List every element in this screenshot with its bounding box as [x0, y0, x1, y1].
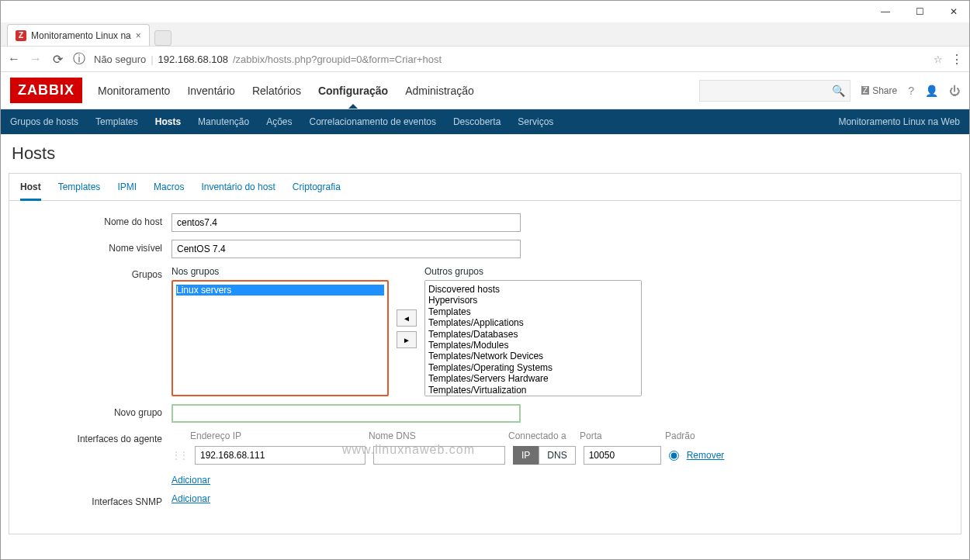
subnav-site-title: Monitoramento Linux na Web [838, 116, 960, 127]
sub-nav: Grupos de hosts Templates Hosts Manutenç… [1, 109, 969, 134]
site-info-icon[interactable]: ⓘ [72, 51, 86, 67]
tab-title: Monitoramento Linux na [31, 30, 131, 41]
nav-configuracao[interactable]: Configuração [317, 74, 390, 108]
tab-inventario[interactable]: Inventário do host [201, 181, 275, 200]
tab-macros[interactable]: Macros [154, 181, 184, 200]
hostname-input[interactable] [171, 213, 521, 232]
agent-port-input[interactable] [584, 446, 661, 465]
tab-criptografia[interactable]: Criptografia [293, 181, 341, 200]
visiblename-label: Nome visível [20, 240, 171, 254]
other-group-option[interactable]: Templates/Servers Hardware [428, 373, 638, 384]
agent-ip-input[interactable] [195, 446, 365, 465]
toggle-dns[interactable]: DNS [539, 446, 575, 465]
other-group-option[interactable]: Templates [428, 306, 638, 317]
subnav-grupos[interactable]: Grupos de hosts [10, 116, 78, 127]
subnav-templates[interactable]: Templates [95, 116, 138, 127]
hostname-label: Nome do host [20, 213, 171, 227]
url-host: 192.168.68.108 [158, 54, 228, 65]
drag-handle-icon[interactable]: ⋮⋮ [171, 450, 187, 461]
move-left-button[interactable]: ◄ [397, 309, 417, 327]
other-group-option[interactable]: Templates/Virtualization [428, 385, 638, 396]
nav-relatorios[interactable]: Relatórios [251, 74, 303, 108]
agent-interfaces-label: Interfaces do agente [20, 430, 171, 444]
search-box[interactable]: 🔍 [699, 80, 850, 102]
address-bar[interactable]: Não seguro | 192.168.68.108/zabbix/hosts… [94, 54, 926, 65]
agent-dns-input[interactable] [373, 446, 505, 465]
other-groups-select[interactable]: Discovered hosts Hypervisors Templates T… [424, 280, 642, 396]
add-agent-interface-link[interactable]: Adicionar [171, 475, 210, 486]
nav-monitoramento[interactable]: Monitoramento [96, 74, 171, 108]
col-conn: Connectado a [508, 430, 572, 441]
not-secure-label: Não seguro [94, 54, 146, 65]
reload-button[interactable]: ⟳ [50, 52, 64, 67]
subnav-manutencao[interactable]: Manutenção [198, 116, 249, 127]
user-icon[interactable]: 👤 [925, 85, 938, 97]
forward-button: → [29, 52, 43, 66]
tab-host[interactable]: Host [20, 181, 41, 201]
browser-tabs: Z Monitoramento Linux na × [1, 22, 969, 46]
newgroup-label: Novo grupo [20, 404, 171, 418]
browser-tab[interactable]: Z Monitoramento Linux na × [7, 24, 150, 46]
app-header: ZABBIX Monitoramento Inventário Relatóri… [1, 72, 969, 109]
subnav-descoberta[interactable]: Descoberta [453, 116, 501, 127]
host-form-panel: Host Templates IPMI Macros Inventário do… [9, 173, 961, 534]
subnav-servicos[interactable]: Serviços [518, 116, 553, 127]
other-group-option[interactable]: Templates/Modules [428, 340, 638, 351]
zabbix-favicon: Z [16, 30, 26, 41]
other-group-option[interactable]: Discovered hosts [428, 284, 638, 295]
subnav-acoes[interactable]: Ações [266, 116, 292, 127]
remove-interface-link[interactable]: Remover [687, 450, 725, 461]
in-groups-title: Nos grupos [171, 266, 389, 277]
add-snmp-interface-link[interactable]: Adicionar [171, 493, 210, 504]
share-button[interactable]: ZShare [861, 85, 897, 96]
move-right-button[interactable]: ► [397, 331, 417, 348]
newgroup-input[interactable] [171, 404, 521, 423]
col-dns: Nome DNS [369, 430, 501, 441]
bookmark-icon[interactable]: ☆ [934, 54, 943, 65]
window-minimize[interactable]: — [876, 6, 895, 17]
top-nav: Monitoramento Inventário Relatórios Conf… [96, 74, 476, 108]
brand-logo[interactable]: ZABBIX [10, 78, 82, 103]
other-group-option[interactable]: Hypervisors [428, 295, 638, 306]
other-group-option[interactable]: Templates/Applications [428, 317, 638, 328]
other-group-option[interactable]: Templates/Databases [428, 329, 638, 340]
other-group-option[interactable]: Templates/Operating Systems [428, 362, 638, 373]
close-tab-icon[interactable]: × [136, 30, 141, 41]
help-icon[interactable]: ? [908, 85, 914, 97]
snmp-interfaces-label: Interfaces SNMP [20, 493, 171, 507]
connect-to-toggle[interactable]: IP DNS [513, 446, 576, 465]
back-button[interactable]: ← [7, 52, 21, 66]
in-group-option[interactable]: Linux servers [176, 285, 384, 296]
subnav-hosts[interactable]: Hosts [155, 116, 181, 127]
other-group-option[interactable]: Templates/Network Devices [428, 351, 638, 361]
form-tabs: Host Templates IPMI Macros Inventário do… [9, 174, 961, 201]
nav-administracao[interactable]: Administração [404, 74, 476, 108]
col-default: Padrão [665, 430, 695, 441]
toggle-ip[interactable]: IP [513, 446, 539, 465]
page-title: Hosts [1, 134, 969, 173]
col-ip: Endereço IP [190, 430, 361, 441]
window-maximize[interactable]: ☐ [910, 6, 929, 17]
tab-ipmi[interactable]: IPMI [117, 181, 137, 200]
nav-inventario[interactable]: Inventário [185, 74, 236, 108]
in-groups-select[interactable]: Linux servers [171, 280, 389, 396]
window-close[interactable]: ✕ [944, 6, 963, 17]
power-icon[interactable]: ⏻ [949, 85, 960, 97]
tab-templates[interactable]: Templates [58, 181, 101, 200]
search-icon: 🔍 [832, 85, 845, 97]
browser-toolbar: ← → ⟳ ⓘ Não seguro | 192.168.68.108/zabb… [1, 46, 969, 72]
groups-label: Grupos [20, 266, 171, 280]
browser-menu-icon[interactable]: ⋮ [951, 52, 963, 67]
new-tab-button[interactable] [154, 30, 171, 46]
default-radio[interactable] [669, 451, 679, 461]
col-port: Porta [580, 430, 657, 441]
subnav-correlacionamento[interactable]: Correlacionamento de eventos [310, 116, 436, 127]
window-titlebar: — ☐ ✕ [1, 1, 969, 22]
visiblename-input[interactable] [171, 240, 521, 258]
other-groups-title: Outros grupos [424, 266, 642, 277]
url-path: /zabbix/hosts.php?groupid=0&form=Criar+h… [233, 54, 442, 65]
